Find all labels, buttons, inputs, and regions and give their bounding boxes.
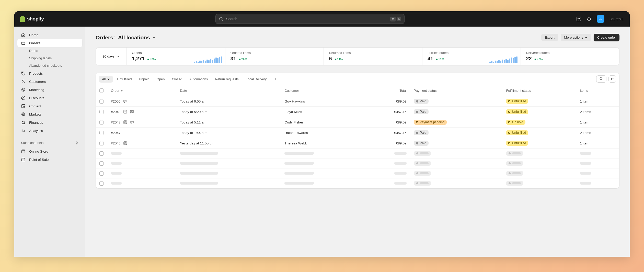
nav-label: Analytics	[29, 129, 43, 133]
nav-products[interactable]: Products	[17, 69, 82, 77]
table-row[interactable]: #2050 Today at 6:55 a.m Guy Hawkins €89.…	[96, 96, 619, 107]
table-row[interactable]: #2046 Yesterday at 11:55 p.m Theresa Web…	[96, 138, 619, 149]
stat-change: 45%	[147, 58, 156, 61]
channel-online-store[interactable]: Online Store	[17, 147, 82, 155]
tab-unpaid[interactable]: Unpaid	[136, 76, 153, 83]
nav-sub-abandoned-checkouts[interactable]: Abandoned checkouts	[17, 62, 82, 69]
more-actions-button[interactable]: More actions	[561, 34, 591, 41]
col-order[interactable]: Order	[111, 89, 119, 93]
nav-sub-drafts[interactable]: Drafts	[17, 47, 82, 54]
page-title: Orders:	[96, 35, 115, 41]
stat-label: Fulfilled orders	[428, 51, 516, 55]
customer-name: Floyd Miles	[281, 107, 365, 117]
svg-rect-15	[124, 110, 127, 113]
order-number: #2050	[111, 99, 121, 103]
chevron-right-icon	[75, 141, 79, 145]
brand-name: shopify	[27, 16, 44, 22]
tab-unfulfilled[interactable]: Unfulfilled	[114, 76, 135, 83]
row-checkbox[interactable]	[99, 99, 104, 104]
order-date: Today at 5:11 a.m	[176, 117, 281, 128]
nav-discounts[interactable]: Discounts	[17, 94, 82, 102]
svg-point-14	[600, 77, 602, 80]
row-checkbox[interactable]	[99, 171, 104, 176]
brand-logo[interactable]: shopify	[19, 16, 44, 22]
customer-name: Theresa Webb	[281, 138, 365, 149]
table-row[interactable]: #2049 Today at 5:20 a.m Floyd Miles €357…	[96, 107, 619, 117]
chevron-down-icon	[153, 36, 155, 39]
shopify-bag-icon	[19, 16, 26, 22]
location-selector[interactable]: All locations	[118, 35, 150, 41]
table-row[interactable]: #2047 Today at 1:44 a.m Ralph Edwards €3…	[96, 128, 619, 138]
nav-markets[interactable]: Markets	[17, 110, 82, 118]
note-icon	[123, 110, 127, 114]
username[interactable]: Lauren L.	[610, 17, 625, 21]
row-checkbox[interactable]	[99, 110, 104, 114]
channel-point-of-sale[interactable]: Point of Sale	[17, 155, 82, 164]
bars-icon	[21, 128, 26, 133]
nav-label: Discounts	[29, 96, 44, 100]
avatar[interactable]: LL	[597, 15, 604, 23]
tab-local-delivery[interactable]: Local Delivery	[243, 76, 270, 83]
nav-finances[interactable]: Finances	[17, 118, 82, 127]
search-placeholder: Search	[226, 17, 389, 21]
fulfillment-status-badge: Unfulfilled	[506, 109, 528, 114]
tab-open[interactable]: Open	[154, 76, 168, 83]
table-row[interactable]: #2048 Today at 5:11 a.m Cody Fisher €89.…	[96, 117, 619, 128]
bank-icon	[21, 120, 26, 125]
nav-customers[interactable]: Customers	[17, 77, 82, 86]
nav-home[interactable]: Home	[17, 31, 82, 39]
svg-rect-12	[22, 151, 25, 153]
add-view-button[interactable]	[271, 76, 280, 82]
col-date[interactable]: Date	[176, 85, 281, 96]
row-checkbox[interactable]	[99, 181, 104, 186]
col-total[interactable]: Total	[365, 85, 410, 96]
filter-tabs: AllUnfulfilledUnpaidOpenClosedAutomation…	[96, 73, 619, 85]
tab-closed[interactable]: Closed	[169, 76, 185, 83]
svg-point-6	[22, 80, 24, 81]
sort-button[interactable]	[608, 75, 616, 83]
stat-returned-items[interactable]: Returned items 6 11%	[324, 48, 422, 65]
shortcut-key: K	[397, 17, 401, 21]
nav-label: Marketing	[29, 88, 44, 92]
globe-icon	[21, 112, 26, 117]
stat-ordered-items[interactable]: Ordered items 31 29%	[225, 48, 324, 65]
select-all-checkbox[interactable]	[99, 88, 104, 93]
export-button[interactable]: Export	[541, 34, 558, 41]
col-items[interactable]: Items	[576, 85, 619, 96]
stat-change: 29%	[239, 58, 247, 61]
period-label: 30 days	[102, 54, 114, 58]
stat-fulfilled-orders[interactable]: Fulfilled orders 41 11%	[422, 48, 521, 65]
col-payment[interactable]: Payment status	[410, 85, 503, 96]
topbar: shopify Search ⌘ K LL Lauren L.	[14, 11, 630, 27]
col-fulfillment[interactable]: Fulfillment status	[502, 85, 576, 96]
nav-orders[interactable]: Orders	[17, 39, 82, 47]
nav-sub-shipping-labels[interactable]: Shipping labels	[17, 54, 82, 62]
row-checkbox[interactable]	[99, 141, 104, 145]
nav-marketing[interactable]: Marketing	[17, 86, 82, 94]
row-checkbox[interactable]	[99, 151, 104, 156]
order-date: Today at 6:55 a.m	[176, 96, 281, 107]
row-checkbox[interactable]	[99, 161, 104, 166]
search-filter-button[interactable]	[596, 75, 606, 83]
apps-icon[interactable]	[576, 16, 581, 21]
item-count: 2 items	[576, 107, 619, 117]
stat-orders[interactable]: Orders 1,271 45%	[127, 48, 225, 65]
row-checkbox[interactable]	[99, 120, 104, 124]
order-date: Yesterday at 11:55 p.m	[176, 138, 281, 149]
customer-name: Guy Hawkins	[281, 96, 365, 107]
row-checkbox[interactable]	[99, 131, 104, 135]
create-order-button[interactable]: Create order	[594, 34, 619, 41]
col-customer[interactable]: Customer	[281, 85, 365, 96]
stat-value: 22	[526, 56, 532, 62]
notifications-icon[interactable]	[586, 16, 592, 21]
search-input[interactable]: Search ⌘ K	[215, 14, 405, 24]
nav-content[interactable]: Content	[17, 102, 82, 110]
nav-analytics[interactable]: Analytics	[17, 127, 82, 135]
sales-channels-header[interactable]: Sales channels	[17, 135, 82, 147]
tab-return-requests[interactable]: Return requests	[212, 76, 242, 83]
stat-delivered-orders[interactable]: Delivered orders 22 45%	[521, 48, 619, 65]
period-selector[interactable]: 30 days	[96, 48, 127, 65]
svg-point-3	[579, 18, 580, 19]
tab-all[interactable]: All	[99, 76, 113, 83]
tab-automations[interactable]: Automations	[186, 76, 211, 83]
